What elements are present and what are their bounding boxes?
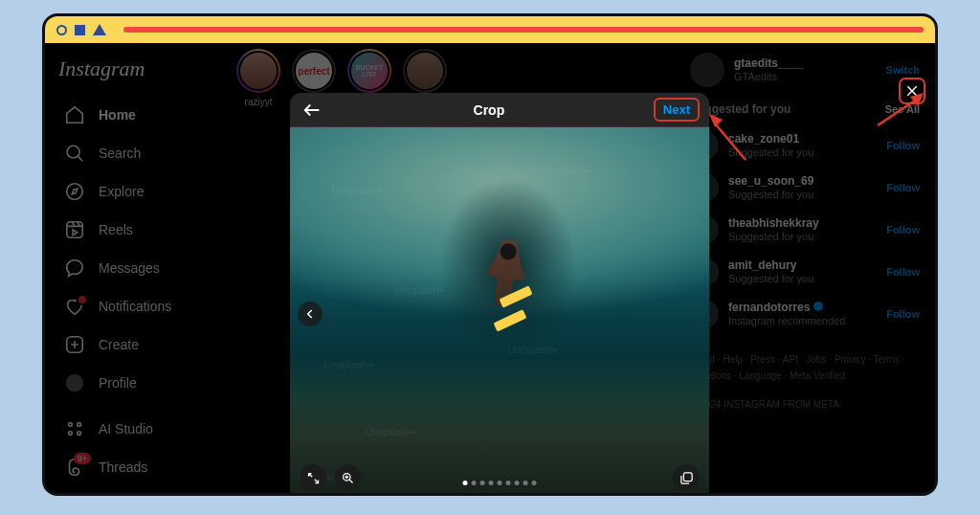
story-item[interactable]: BUCKET LIST <box>347 49 391 97</box>
back-button[interactable] <box>300 98 324 123</box>
current-username[interactable]: gtaedits____ <box>734 56 877 70</box>
story-item[interactable]: raziyyt <box>236 49 280 107</box>
svg-point-4 <box>66 374 83 392</box>
see-all-link[interactable]: See All <box>885 103 920 115</box>
nav-label: Create <box>99 337 139 352</box>
suggestion-row: cake_zone01 Suggested for you Follow <box>690 131 920 160</box>
window-titlebar <box>45 16 935 43</box>
suggestion-sub: Suggested for you <box>728 231 877 243</box>
current-user-row: gtaedits____ GTAedits Switch <box>690 53 920 87</box>
zoom-in-icon <box>341 471 355 485</box>
nav-create[interactable]: Create <box>58 326 219 363</box>
suggestion-row: amit_dehury Suggested for you Follow <box>690 258 920 286</box>
sidebar: Instagram Home Search Explore Reels Mess… <box>45 43 227 493</box>
carousel-dots <box>463 481 537 485</box>
home-icon <box>64 104 85 125</box>
avatar[interactable] <box>690 53 724 87</box>
app-root: Instagram Home Search Explore Reels Mess… <box>45 43 935 493</box>
expand-icon <box>306 471 321 485</box>
nav-notifications[interactable]: Notifications <box>58 288 219 325</box>
follow-button[interactable]: Follow <box>886 182 920 193</box>
svg-point-7 <box>69 432 73 436</box>
suggestion-username[interactable]: cake_zone01 <box>728 132 877 146</box>
crop-canvas[interactable]: Unsplash+ Unsplash+ Unsplash+ Unsplash+ … <box>290 127 709 496</box>
nav-label: Profile <box>99 375 137 391</box>
watermark: Unsplash+ <box>366 426 415 437</box>
watermark: Unsplash+ <box>332 184 382 195</box>
next-button[interactable]: Next <box>654 98 700 122</box>
modal-header: Crop Next <box>290 93 709 127</box>
threads-icon: 9+ <box>64 457 85 478</box>
follow-button[interactable]: Follow <box>886 224 920 235</box>
arrow-left-icon <box>301 100 323 121</box>
suggestions-header: Suggested for you See All <box>690 102 920 116</box>
suggestion-username[interactable]: see_u_soon_69 <box>728 174 877 188</box>
compass-icon <box>64 181 85 202</box>
multi-select-button[interactable] <box>673 464 700 491</box>
threads-badge: 9+ <box>74 453 91 464</box>
nav-search[interactable]: Search <box>58 135 219 171</box>
window-dot-icon <box>56 25 67 35</box>
window-triangle-icon <box>93 24 106 35</box>
svg-point-1 <box>67 184 83 200</box>
follow-button[interactable]: Follow <box>886 140 920 151</box>
current-displayname: GTAedits <box>734 71 877 83</box>
messenger-icon <box>64 258 85 279</box>
search-icon <box>64 143 85 164</box>
svg-point-0 <box>67 146 79 158</box>
footer-links[interactable]: About · Help · Press · API · Jobs · Priv… <box>690 351 920 384</box>
follow-button[interactable]: Follow <box>886 308 920 320</box>
heart-icon <box>64 296 85 317</box>
nav-label: Reels <box>99 222 133 237</box>
nav-label: Explore <box>99 184 144 199</box>
ai-studio-icon <box>64 418 85 439</box>
story-item[interactable] <box>403 49 447 97</box>
right-column: gtaedits____ GTAedits Switch Suggested f… <box>688 43 935 493</box>
nav-label: Home <box>99 107 136 123</box>
nav-explore[interactable]: Explore <box>58 173 219 210</box>
nav-label: Search <box>99 146 141 161</box>
create-post-modal: Crop Next Unsplash+ Unsplash+ Unsplash+ … <box>290 93 709 496</box>
chevron-left-icon <box>303 307 317 321</box>
nav-ai-studio[interactable]: AI Studio <box>58 411 219 447</box>
close-icon <box>904 83 920 99</box>
suggestion-row: theabhishekkray Suggested for you Follow <box>690 215 920 244</box>
close-modal-button[interactable] <box>899 78 925 104</box>
nav-label: Threads <box>99 459 147 475</box>
aspect-ratio-button[interactable] <box>300 464 326 491</box>
profile-avatar-icon <box>64 372 85 393</box>
carousel-prev-button[interactable] <box>298 302 323 326</box>
switch-account-button[interactable]: Switch <box>886 64 920 76</box>
nav-label: Notifications <box>99 299 171 314</box>
nav-reels[interactable]: Reels <box>58 212 219 248</box>
watermark: Unsplash+ <box>395 284 445 296</box>
crop-image-preview[interactable]: Unsplash+ Unsplash+ Unsplash+ Unsplash+ … <box>290 127 709 496</box>
suggestion-row: see_u_soon_69 Suggested for you Follow <box>690 173 920 202</box>
nav-profile[interactable]: Profile <box>58 365 219 401</box>
brand-logo[interactable]: Instagram <box>58 56 219 81</box>
suggestion-sub: Suggested for you <box>728 273 877 285</box>
nav-label: Messages <box>99 260 160 276</box>
zoom-button[interactable] <box>334 464 361 491</box>
suggestion-username[interactable]: amit_dehury <box>728 258 877 272</box>
svg-rect-10 <box>683 472 692 481</box>
svg-rect-2 <box>67 222 83 238</box>
nav-home[interactable]: Home <box>58 97 219 133</box>
suggestion-sub: Suggested for you <box>728 146 877 159</box>
nav-messages[interactable]: Messages <box>58 250 219 286</box>
svg-point-5 <box>69 423 73 427</box>
watermark: Unsplash+ <box>323 359 373 370</box>
watermark: Unsplash+ <box>542 165 591 176</box>
suggestion-username[interactable]: fernandotorres <box>728 301 877 314</box>
window-square-icon <box>75 25 85 35</box>
suggestion-sub: Suggested for you <box>728 189 877 201</box>
nav-threads[interactable]: 9+ Threads <box>58 449 219 485</box>
story-username: raziyyt <box>245 97 273 107</box>
suggestion-username[interactable]: theabhishekkray <box>728 216 877 230</box>
footer-copyright: © 2024 INSTAGRAM FROM META <box>690 399 920 410</box>
follow-button[interactable]: Follow <box>886 266 920 278</box>
svg-point-8 <box>78 432 81 436</box>
suggestion-sub: Instagram recommended <box>728 315 877 327</box>
window-address-bar <box>123 27 924 33</box>
suggestion-row: fernandotorres Instagram recommended Fol… <box>690 300 920 328</box>
